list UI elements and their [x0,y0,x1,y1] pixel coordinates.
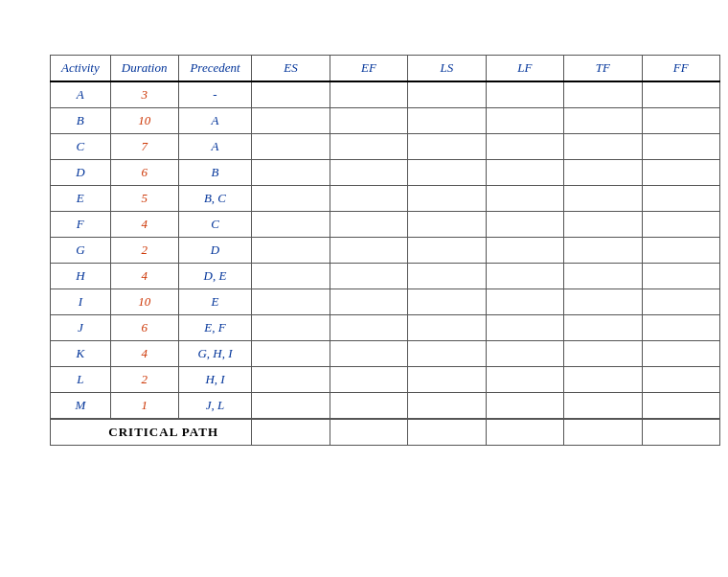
cell-empty [564,237,642,263]
table-row: D6B [51,159,720,185]
cell-empty [408,392,486,419]
table-row: C7A [51,133,720,159]
cell-empty [408,107,486,133]
cell-empty [564,366,642,392]
cell-empty [408,81,486,108]
table-row: A3- [51,81,720,108]
cell-empty [486,263,563,288]
critical-path-label: CRITICAL PATH [51,419,252,446]
cell-empty [564,263,642,288]
table-row: G2D [51,237,720,263]
cell-activity: C [51,133,111,159]
cell-empty [252,263,330,288]
cell-empty [330,133,407,159]
cell-empty [642,288,719,314]
cell-precedent: E, F [178,314,252,340]
cell-duration: 4 [110,211,178,237]
table-row: E5B, C [51,185,720,211]
cell-activity: I [51,288,111,314]
cell-duration: 4 [110,263,178,288]
cell-empty [564,314,642,340]
cell-empty [642,237,719,263]
cell-empty [564,288,642,314]
cell-empty [330,288,407,314]
cell-empty [564,107,642,133]
col-header-tf: TF [564,55,642,81]
cell-activity: B [51,107,111,133]
cell-empty [564,419,642,446]
cell-duration: 4 [110,340,178,366]
cell-empty [408,263,486,288]
cell-duration: 2 [110,237,178,263]
cell-empty [642,263,719,288]
cell-precedent: D [178,237,252,263]
cell-duration: 1 [110,392,178,419]
cell-empty [252,419,330,446]
col-header-es: ES [252,55,330,81]
cell-empty [564,133,642,159]
cell-empty [642,392,719,419]
cell-empty [330,211,407,237]
cell-activity: H [51,263,111,288]
cell-duration: 10 [110,107,178,133]
cell-empty [330,185,407,211]
cell-empty [252,288,330,314]
cell-empty [330,237,407,263]
cell-duration: 5 [110,185,178,211]
cell-activity: F [51,211,111,237]
table-row: L2H, I [51,366,720,392]
cell-activity: G [51,237,111,263]
cell-empty [330,366,407,392]
cell-empty [252,107,330,133]
cell-empty [330,81,407,108]
cell-empty [252,366,330,392]
cell-empty [642,185,719,211]
cell-empty [564,159,642,185]
cell-empty [408,419,486,446]
cell-duration: 6 [110,314,178,340]
cell-precedent: D, E [178,263,252,288]
cell-empty [408,314,486,340]
cell-empty [408,366,486,392]
cell-precedent: H, I [178,366,252,392]
cell-empty [486,107,563,133]
col-header-lf: LF [486,55,563,81]
table-row: J6E, F [51,314,720,340]
cell-empty [642,419,719,446]
col-header-activity: Activity [51,55,111,81]
cell-precedent: E [178,288,252,314]
cell-empty [642,107,719,133]
header-row: Activity Duration Precedent ES EF LS LF … [51,55,720,81]
cell-activity: E [51,185,111,211]
cell-empty [486,185,563,211]
cell-precedent: B [178,159,252,185]
cell-activity: K [51,340,111,366]
cell-empty [486,366,563,392]
cell-empty [642,159,719,185]
cell-empty [408,159,486,185]
col-header-precedent: Precedent [178,55,252,81]
cell-empty [642,81,719,108]
cell-empty [408,185,486,211]
cell-empty [408,133,486,159]
cell-empty [486,237,563,263]
cell-duration: 6 [110,159,178,185]
cell-empty [642,133,719,159]
cell-empty [564,340,642,366]
col-header-duration: Duration [110,55,178,81]
table-row: K4G, H, I [51,340,720,366]
cell-empty [330,159,407,185]
cpm-table: Activity Duration Precedent ES EF LS LF … [50,55,720,446]
cell-precedent: B, C [178,185,252,211]
cell-empty [642,211,719,237]
cell-empty [564,211,642,237]
cell-precedent: A [178,107,252,133]
cell-empty [330,392,407,419]
critical-path-row: CRITICAL PATH [51,419,720,446]
cell-empty [252,185,330,211]
cell-empty [252,340,330,366]
cell-empty [408,211,486,237]
table-row: I10E [51,288,720,314]
cell-empty [252,159,330,185]
cell-empty [486,314,563,340]
